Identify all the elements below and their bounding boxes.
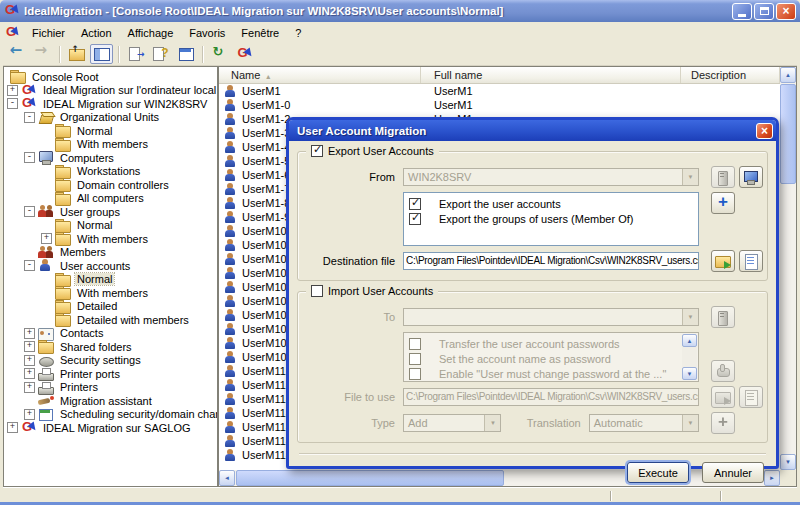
add-option-button[interactable] [711,192,735,214]
tree-item[interactable]: Members [4,246,217,260]
tree-item[interactable]: - Computers [4,151,217,165]
option-checkbox[interactable] [409,353,421,365]
option-checkbox[interactable] [409,213,421,225]
close-button[interactable]: × [776,3,796,20]
option-checkbox[interactable] [409,338,421,350]
export-list-button[interactable] [124,44,147,64]
tree-item[interactable]: With members [4,138,217,152]
from-combobox[interactable]: WIN2K8SRV ▼ [403,168,699,186]
select-options-button[interactable] [711,360,735,382]
table-row[interactable]: UserM1 UserM1 [219,84,780,98]
tree-item[interactable]: With members [4,286,217,300]
translation-combobox[interactable]: Automatic ▼ [589,414,699,432]
tree-item[interactable]: + Printers [4,381,217,395]
view-file-button[interactable] [739,386,763,408]
tree-item[interactable]: - IDEAL Migration sur WIN2K8SRV [4,97,217,111]
tree-expander[interactable]: - [24,112,35,123]
dialog-close-button[interactable]: × [756,123,773,139]
scroll-left-button[interactable]: ◄ [219,470,235,486]
maximize-button[interactable] [754,3,774,20]
tree-item[interactable]: Normal [4,124,217,138]
forward-button[interactable] [31,44,54,64]
options-scrollbar[interactable]: ▲ ▼ [682,334,697,380]
tree-item[interactable]: Detailed [4,300,217,314]
import-checkbox[interactable] [311,285,323,297]
tree-expander[interactable]: + [24,355,35,366]
type-combobox[interactable]: Add ▼ [403,414,501,432]
option-row[interactable]: Transfer the user account passwords [406,336,680,351]
tree-item[interactable]: - User groups [4,205,217,219]
tree-expander[interactable]: + [7,422,18,433]
help-button[interactable] [149,44,172,64]
menu-item[interactable]: Affichage [120,24,182,42]
tree-item[interactable]: All computers [4,192,217,206]
destination-file-input[interactable]: C:\Program Files\Pointdev\IDEAL Migratio… [403,252,699,270]
tree-item[interactable]: + Security settings [4,354,217,368]
chevron-down-icon[interactable]: ▼ [484,415,500,431]
view-file-button[interactable] [739,250,763,272]
browse-folder-button[interactable] [711,386,735,408]
show-hide-console-tree-button[interactable] [90,44,113,64]
option-checkbox[interactable] [409,368,421,380]
execute-button[interactable]: Execute [627,462,689,483]
scroll-down-button[interactable]: ▼ [780,454,796,470]
menu-item[interactable]: Fenêtre [233,24,287,42]
export-checkbox[interactable] [311,145,323,157]
scroll-up-button[interactable]: ▲ [682,334,697,347]
browse-network-button[interactable] [739,166,763,188]
to-combobox[interactable]: ▼ [403,308,699,326]
tree-expander[interactable]: + [24,341,35,352]
tree-item[interactable]: + Ideal Migration sur l'ordinateur local [4,84,217,98]
tree-item[interactable]: + IDEAL Migration sur SAGLOG [4,421,217,435]
tree-expander[interactable]: + [41,233,52,244]
server-button[interactable] [711,306,735,328]
column-header-name[interactable]: Name▴ [219,67,421,83]
tree-expander[interactable]: + [24,382,35,393]
tree-item[interactable]: + With members [4,232,217,246]
tree-item[interactable]: Domain controllers [4,178,217,192]
tree-item[interactable]: + Scheduling security/domain changes [4,408,217,422]
app-logo-button[interactable] [233,44,256,64]
tree-item[interactable]: Detailed with members [4,313,217,327]
tree-expander[interactable]: - [24,152,35,163]
minimize-button[interactable] [732,3,752,20]
tree-item[interactable]: Normal [4,219,217,233]
scroll-down-button[interactable]: ▼ [682,367,697,380]
column-header-full-name[interactable]: Full name [421,67,681,83]
tree-expander[interactable]: + [7,85,18,96]
menu-item[interactable]: ? [287,24,309,42]
option-checkbox[interactable] [409,198,421,210]
option-row[interactable]: Enable "User must change password at the… [406,366,680,381]
tree-item[interactable]: + Contacts [4,327,217,341]
console-system-menu-icon[interactable] [5,26,20,40]
chevron-down-icon[interactable]: ▼ [682,309,698,325]
menu-item[interactable]: Action [73,24,120,42]
chevron-down-icon[interactable]: ▼ [682,169,698,185]
tree-expander[interactable]: - [24,206,35,217]
column-header-description[interactable]: Description [681,67,780,83]
browse-folder-button[interactable] [711,250,735,272]
add-option-button[interactable] [711,412,735,434]
refresh-button[interactable] [208,44,231,64]
tree-item[interactable]: + Printer ports [4,367,217,381]
tree-item[interactable]: - User accounts [4,259,217,273]
tree-expander[interactable]: - [7,98,18,109]
option-row[interactable]: Export the user accounts [406,196,696,211]
up-one-level-button[interactable] [65,44,88,64]
menu-item[interactable]: Fichier [24,24,73,42]
file-to-use-input[interactable]: C:\Program Files\Pointdev\IDEAL Migratio… [403,388,699,406]
vertical-scrollbar[interactable]: ▲ ▼ [780,67,796,470]
tree-expander[interactable]: + [24,328,35,339]
new-window-button[interactable] [174,44,197,64]
tree-item[interactable]: Workstations [4,165,217,179]
server-button[interactable] [711,166,735,188]
option-row[interactable]: Export the groups of users (Member Of) [406,211,696,226]
back-button[interactable] [6,44,29,64]
tree-item[interactable]: - Organizational Units [4,111,217,125]
option-row[interactable]: Set the account name as password [406,351,680,366]
tree-expander[interactable]: - [24,260,35,271]
cancel-button[interactable]: Annuler [702,462,764,483]
tree-item[interactable]: Migration assistant [4,394,217,408]
menu-item[interactable]: Favoris [181,24,233,42]
table-row[interactable]: UserM1-0 UserM1 [219,98,780,112]
